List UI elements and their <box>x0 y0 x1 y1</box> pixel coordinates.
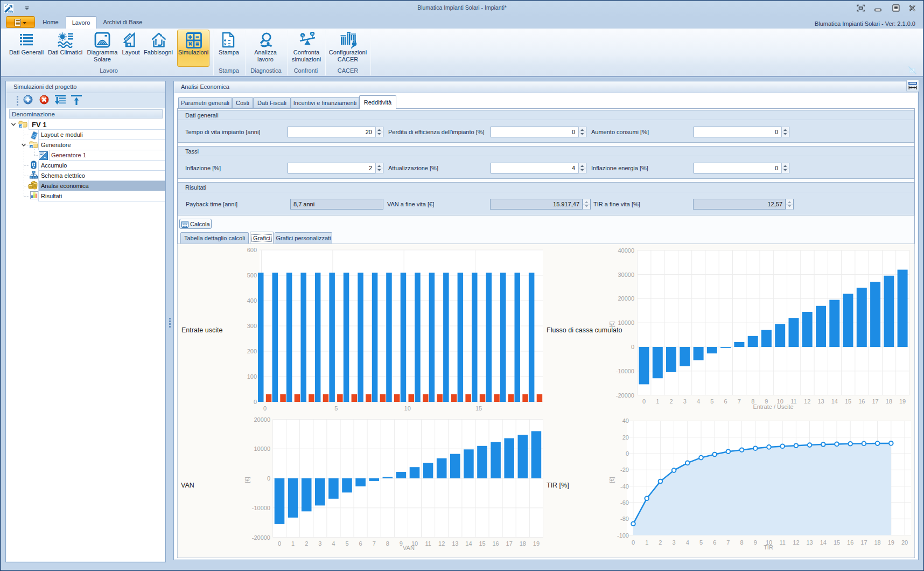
svg-text:40000: 40000 <box>618 247 634 254</box>
svg-text:[€]: [€] <box>609 477 615 483</box>
svg-text:12: 12 <box>804 398 810 405</box>
svg-text:6: 6 <box>713 539 716 546</box>
svg-text:VAN: VAN <box>181 482 194 489</box>
svg-text:18: 18 <box>520 540 526 547</box>
svg-text:TIR: TIR <box>764 544 773 551</box>
svg-text:19: 19 <box>899 398 906 405</box>
svg-text:2: 2 <box>659 539 662 546</box>
svg-text:20000: 20000 <box>618 295 634 302</box>
svg-text:0: 0 <box>642 398 646 405</box>
svg-text:TIR [%]: TIR [%] <box>547 482 569 489</box>
svg-text:0: 0 <box>626 450 629 457</box>
svg-text:8: 8 <box>386 540 389 547</box>
svg-text:-100: -100 <box>617 532 629 539</box>
svg-text:0: 0 <box>632 539 635 546</box>
svg-text:[€]: [€] <box>609 321 615 327</box>
svg-text:500: 500 <box>247 272 257 278</box>
svg-text:VAN: VAN <box>403 545 415 551</box>
svg-text:0: 0 <box>254 399 257 405</box>
svg-text:3: 3 <box>318 540 321 547</box>
svg-text:0: 0 <box>278 540 281 547</box>
svg-text:100: 100 <box>247 373 257 380</box>
svg-text:[€]: [€] <box>244 477 250 483</box>
svg-text:15: 15 <box>479 540 485 547</box>
svg-text:19: 19 <box>533 540 540 547</box>
svg-text:-20000: -20000 <box>252 534 270 541</box>
svg-text:5: 5 <box>345 540 348 547</box>
svg-text:2: 2 <box>669 398 673 405</box>
svg-text:5: 5 <box>699 539 703 546</box>
svg-text:7: 7 <box>738 398 741 405</box>
svg-text:13: 13 <box>806 539 813 546</box>
svg-text:1: 1 <box>656 398 659 405</box>
svg-text:30000: 30000 <box>618 271 634 278</box>
svg-text:10: 10 <box>404 405 411 412</box>
svg-text:17: 17 <box>872 398 878 405</box>
svg-text:14: 14 <box>831 398 838 405</box>
svg-text:1: 1 <box>645 539 648 546</box>
svg-text:6: 6 <box>724 398 727 405</box>
svg-text:9: 9 <box>400 540 403 547</box>
svg-text:11: 11 <box>425 540 431 547</box>
svg-text:B: B <box>311 32 313 36</box>
svg-text:Entrate / Uscite: Entrate / Uscite <box>753 403 793 410</box>
svg-text:14: 14 <box>465 540 472 547</box>
svg-text:5: 5 <box>710 398 713 405</box>
svg-text:-20: -20 <box>620 466 629 473</box>
svg-text:16: 16 <box>847 539 853 546</box>
svg-text:15: 15 <box>845 398 851 405</box>
svg-text:-10000: -10000 <box>616 368 634 374</box>
svg-text:4: 4 <box>686 539 689 546</box>
svg-text:A: A <box>302 34 304 37</box>
svg-text:3: 3 <box>673 539 676 546</box>
svg-text:1: 1 <box>291 540 295 547</box>
svg-text:12: 12 <box>438 540 445 547</box>
svg-text:-80: -80 <box>620 516 629 522</box>
svg-text:14: 14 <box>820 539 827 546</box>
svg-text:-40: -40 <box>620 483 629 490</box>
svg-text:11: 11 <box>779 539 785 546</box>
svg-text:600: 600 <box>247 247 257 253</box>
svg-text:0: 0 <box>631 344 634 350</box>
svg-text:12: 12 <box>793 539 799 546</box>
svg-text:0: 0 <box>263 405 267 412</box>
svg-text:17: 17 <box>506 540 513 547</box>
svg-text:-20000: -20000 <box>616 392 634 399</box>
svg-text:40: 40 <box>622 417 629 424</box>
svg-text:15: 15 <box>475 405 482 412</box>
svg-text:13: 13 <box>452 540 458 547</box>
svg-text:2: 2 <box>305 540 308 547</box>
svg-text:300: 300 <box>247 323 257 329</box>
svg-text:18: 18 <box>886 398 892 405</box>
svg-text:20000: 20000 <box>254 416 270 423</box>
svg-text:Entrate uscite: Entrate uscite <box>181 326 222 334</box>
svg-text:13: 13 <box>817 398 824 405</box>
svg-text:9: 9 <box>754 539 757 546</box>
svg-text:3: 3 <box>683 398 687 405</box>
svg-text:-10000: -10000 <box>252 505 270 511</box>
svg-text:10000: 10000 <box>254 445 270 452</box>
svg-text:-60: -60 <box>620 499 629 506</box>
svg-text:400: 400 <box>247 297 257 304</box>
svg-text:10000: 10000 <box>618 319 634 326</box>
svg-text:7: 7 <box>726 539 730 546</box>
svg-text:20: 20 <box>622 434 629 441</box>
svg-text:4: 4 <box>332 540 335 547</box>
svg-text:4: 4 <box>697 398 700 405</box>
svg-text:5: 5 <box>334 405 338 412</box>
svg-text:19: 19 <box>888 539 894 546</box>
svg-text:17: 17 <box>860 539 867 546</box>
svg-text:0: 0 <box>267 475 270 482</box>
svg-text:8: 8 <box>740 539 744 546</box>
svg-text:15: 15 <box>834 539 840 546</box>
svg-text:16: 16 <box>492 540 499 547</box>
svg-text:7: 7 <box>373 540 376 547</box>
svg-text:20: 20 <box>901 539 908 546</box>
svg-text:16: 16 <box>858 398 865 405</box>
svg-text:200: 200 <box>247 348 257 354</box>
svg-text:6: 6 <box>359 540 362 547</box>
svg-text:18: 18 <box>874 539 880 546</box>
